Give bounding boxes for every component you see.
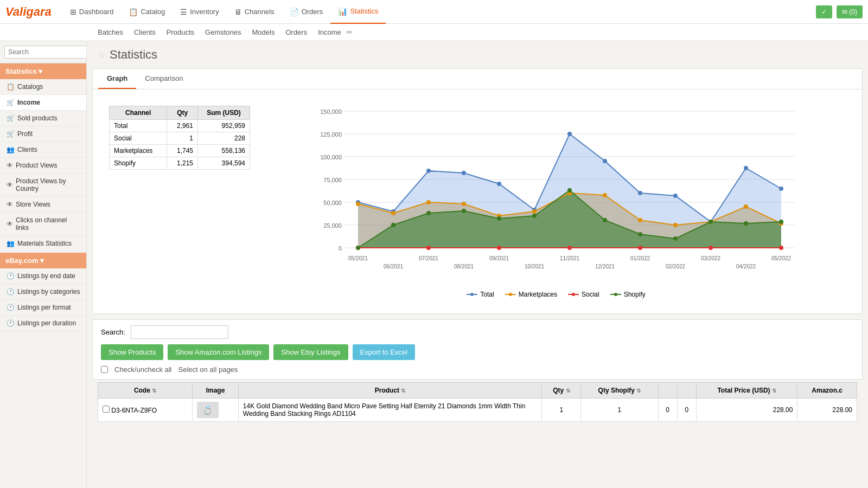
svg-text:08/2021: 08/2021 <box>454 264 474 269</box>
sidebar-item-product-views[interactable]: 👁 Product Views <box>0 158 86 174</box>
svg-text:10/2021: 10/2021 <box>525 264 545 269</box>
dot <box>744 221 748 226</box>
product-search-input[interactable] <box>131 325 228 339</box>
nav-channels[interactable]: 🖥 Channels <box>227 0 282 24</box>
sidebar-item-materials[interactable]: 👥 Materials Statistics <box>0 236 86 252</box>
col-extra1 <box>658 383 677 399</box>
col-qty: Qty <box>167 106 198 120</box>
sidebar-section-statistics[interactable]: Statistics ▾ <box>0 63 86 79</box>
search-row: Search: <box>101 325 854 339</box>
col-amazon: Amazon.c <box>797 383 857 399</box>
nav-catalog-label: Catalog <box>141 8 165 16</box>
check-uncheck-all-checkbox[interactable] <box>101 366 108 373</box>
dot <box>426 200 431 204</box>
star-icon[interactable]: ☆ <box>98 50 105 60</box>
nav-inventory[interactable]: ☰ Inventory <box>173 0 226 24</box>
cell-col6: 0 <box>658 399 677 422</box>
nav-channels-label: Channels <box>245 8 275 16</box>
col-qty-shopify[interactable]: Qty Shopify ⇅ <box>581 383 658 399</box>
nav-catalog[interactable]: 📋 Catalog <box>121 0 173 24</box>
search-input[interactable] <box>4 46 87 59</box>
edit-icon[interactable]: ✏ <box>347 28 353 36</box>
dot <box>673 194 678 198</box>
sidebar-item-profit[interactable]: 🛒 Profit <box>0 126 86 142</box>
sub-nav-products[interactable]: Products <box>161 24 200 41</box>
sort-qty-shopify-icon[interactable]: ⇅ <box>636 388 641 394</box>
sidebar-item-listings-categories[interactable]: 🕐 Listings by categories <box>0 284 86 300</box>
svg-text:05/2021: 05/2021 <box>348 255 368 261</box>
sub-nav-gemstones[interactable]: Gemstones <box>200 24 246 41</box>
col-code[interactable]: Code ⇅ <box>98 383 193 399</box>
sort-code-icon[interactable]: ⇅ <box>152 388 156 394</box>
sub-nav-models[interactable]: Models <box>247 24 280 41</box>
nav-inventory-label: Inventory <box>190 8 219 16</box>
dot <box>462 171 466 175</box>
sort-product-icon[interactable]: ⇅ <box>401 388 405 394</box>
nav-orders-label: Orders <box>302 8 323 16</box>
store-views-icon: 👁 <box>7 201 13 208</box>
orders-icon: 📄 <box>290 8 299 16</box>
show-etsy-button[interactable]: Show Etsy Listings <box>273 344 348 360</box>
tab-graph[interactable]: Graph <box>98 69 136 89</box>
sidebar-item-sold-products[interactable]: 🛒 Sold products <box>0 111 86 126</box>
sidebar-item-clients[interactable]: 👥 Clients <box>0 142 86 158</box>
clients-icon: 👥 <box>7 146 15 153</box>
dot <box>638 218 642 222</box>
sidebar-item-catalogs[interactable]: 📋 Catalogs <box>0 79 86 95</box>
svg-point-30 <box>509 293 512 296</box>
sidebar-section-ebay[interactable]: eBay.com ▾ <box>0 253 86 268</box>
col-qty[interactable]: Qty ⇅ <box>542 383 581 399</box>
cell-code: D3-6NTA-Z9FO <box>111 407 157 414</box>
sidebar-item-listings-end-date[interactable]: 🕐 Listings by end date <box>0 268 86 284</box>
sidebar-item-income[interactable]: 🛒 Income <box>0 95 86 111</box>
channel-shopify: Shopify <box>110 157 167 170</box>
svg-text:50,000: 50,000 <box>323 200 342 206</box>
show-amazon-button[interactable]: Show Amazon.com Listings <box>168 344 269 360</box>
nav-orders[interactable]: 📄 Orders <box>282 0 331 24</box>
nav-dashboard[interactable]: ⊞ Dashboard <box>62 0 122 24</box>
col-product-label: Product <box>375 387 399 394</box>
dot <box>744 166 748 170</box>
nav-statistics[interactable]: 📊 Statistics <box>330 0 386 24</box>
sub-nav-income[interactable]: Income <box>312 24 347 41</box>
select-all-pages-label: Select on all pages <box>178 365 238 374</box>
svg-text:02/2022: 02/2022 <box>666 264 686 269</box>
tab-comparison[interactable]: Comparison <box>136 69 192 89</box>
sidebar-item-clicks-channel[interactable]: 👁 Clicks on channel links <box>0 213 86 236</box>
qty-shopify: 1,215 <box>167 157 198 170</box>
mail-button[interactable]: ✉ (0) <box>837 5 863 18</box>
col-product[interactable]: Product ⇅ <box>238 383 542 399</box>
line-chart: 150,000 125,000 100,000 75,000 50,000 25… <box>256 100 857 285</box>
row-checkbox[interactable] <box>103 406 110 413</box>
sidebar-item-listings-format[interactable]: 🕐 Listings per format <box>0 300 86 316</box>
sub-nav-orders[interactable]: Orders <box>280 24 312 41</box>
export-excel-button[interactable]: Export to Excel <box>353 344 415 360</box>
svg-text:03/2022: 03/2022 <box>701 255 721 261</box>
page-header: ☆ Statistics <box>87 41 868 68</box>
sort-qty-icon[interactable]: ⇅ <box>566 388 570 394</box>
svg-point-28 <box>470 293 474 296</box>
col-extra2 <box>677 383 696 399</box>
notification-button[interactable]: ✓ <box>816 5 832 18</box>
sidebar-item-store-views[interactable]: 👁 Store Views <box>0 197 86 213</box>
sort-total-price-icon[interactable]: ⇅ <box>772 388 776 394</box>
col-total-price[interactable]: Total Price (USD) ⇅ <box>696 383 797 399</box>
sub-nav-clients[interactable]: Clients <box>129 24 161 41</box>
sidebar-catalogs-label: Catalogs <box>17 83 43 91</box>
svg-text:0: 0 <box>339 245 342 252</box>
sidebar-item-product-views-country[interactable]: 👁 Product Views by Country <box>0 174 86 197</box>
sidebar-product-views-label: Product Views <box>16 162 57 169</box>
top-nav: Valigara ⊞ Dashboard 📋 Catalog ☰ Invento… <box>0 0 868 24</box>
dot <box>709 246 713 250</box>
sum-marketplaces: 558,136 <box>198 145 250 157</box>
materials-icon: 👥 <box>7 240 15 247</box>
product-views-country-icon: 👁 <box>7 181 13 189</box>
dot <box>356 202 360 206</box>
show-products-button[interactable]: Show Products <box>101 344 163 360</box>
svg-text:01/2022: 01/2022 <box>630 255 650 261</box>
dot <box>462 209 466 213</box>
sub-nav: Batches Clients Products Gemstones Model… <box>0 24 868 41</box>
sub-nav-batches[interactable]: Batches <box>92 24 129 41</box>
sidebar-item-listings-duration[interactable]: 🕐 Listings per duration <box>0 316 86 331</box>
svg-text:05/2022: 05/2022 <box>771 255 792 261</box>
